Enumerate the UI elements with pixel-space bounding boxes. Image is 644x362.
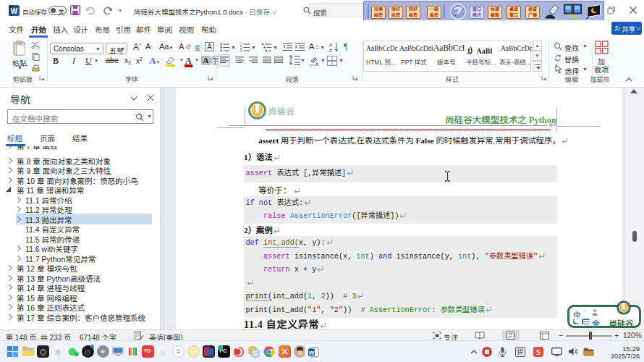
svg-text:W: W <box>11 7 18 15</box>
svg-text:A: A <box>329 43 332 47</box>
svg-text:W: W <box>309 350 315 356</box>
svg-text:Z: Z <box>329 49 332 52</box>
svg-text:3: 3 <box>240 49 242 52</box>
